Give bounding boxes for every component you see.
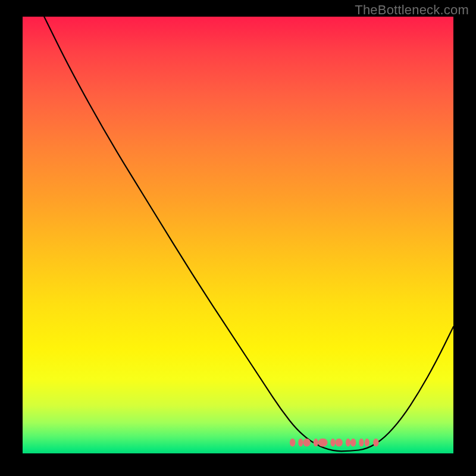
svg-rect-2 (303, 439, 311, 447)
svg-rect-6 (335, 439, 343, 447)
svg-rect-5 (330, 439, 335, 447)
attribution-text: TheBottleneck.com (355, 2, 469, 18)
svg-rect-1 (298, 439, 303, 447)
svg-rect-10 (365, 439, 369, 447)
svg-rect-3 (314, 439, 318, 447)
svg-rect-11 (373, 439, 379, 447)
svg-rect-0 (290, 439, 296, 447)
svg-rect-4 (318, 439, 328, 447)
svg-rect-8 (350, 439, 356, 447)
svg-rect-9 (359, 439, 364, 447)
svg-rect-7 (346, 439, 350, 447)
chart-plot-area (23, 17, 453, 453)
optimal-range-marker (23, 17, 453, 453)
